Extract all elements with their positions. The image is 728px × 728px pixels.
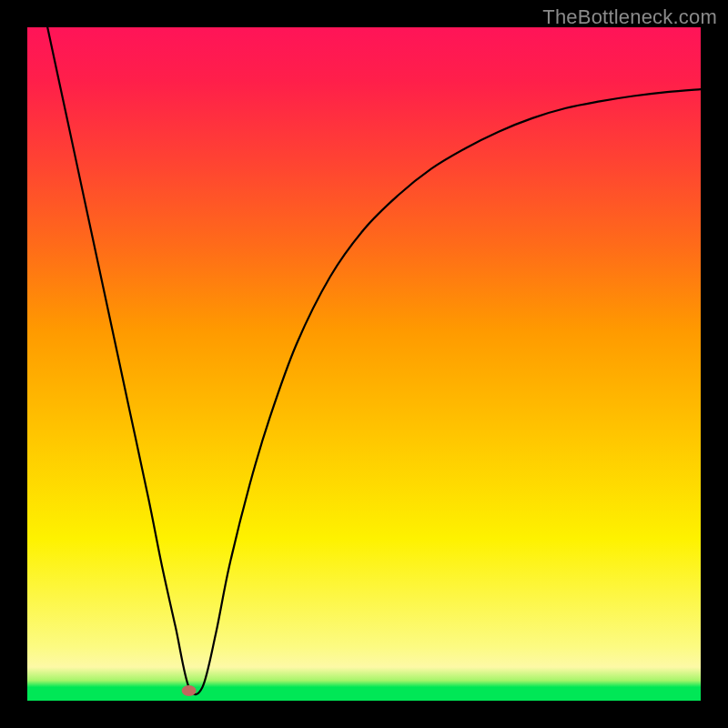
watermark-text: TheBottleneck.com [542,5,717,29]
curve-layer [27,27,701,701]
bottleneck-curve [47,27,701,694]
plot-area [27,27,701,701]
minimum-marker [182,685,197,696]
chart-frame: TheBottleneck.com [0,0,728,728]
